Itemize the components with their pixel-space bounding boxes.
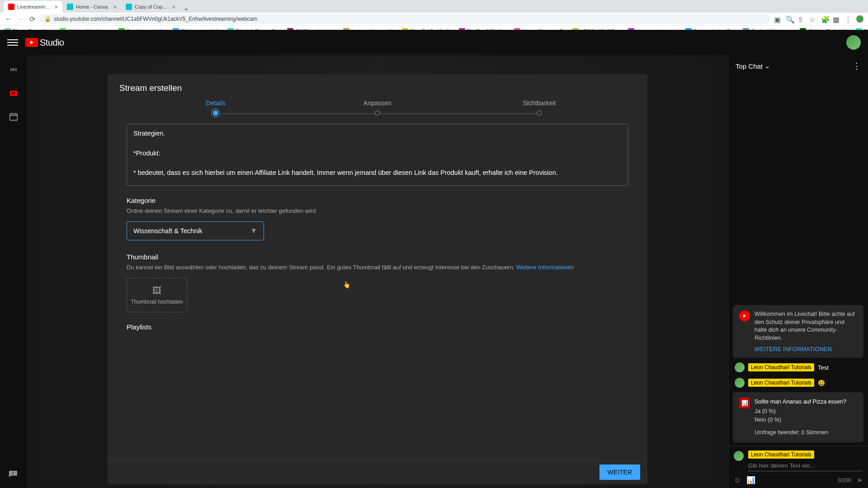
extensions-icon[interactable]: ▦ xyxy=(833,15,840,23)
favicon xyxy=(126,4,132,10)
back-button[interactable]: ← xyxy=(5,15,13,23)
favicon xyxy=(8,4,14,10)
share-icon[interactable]: ⇧ xyxy=(797,15,805,23)
zoom-icon[interactable]: 🔍 xyxy=(786,15,793,23)
more-icon[interactable]: ⋮ xyxy=(844,15,852,23)
close-icon[interactable]: × xyxy=(113,4,117,10)
browser-tab[interactable]: Home - Canva × xyxy=(62,1,121,13)
star-icon[interactable]: ☆ xyxy=(809,15,816,23)
tab-title: Livestreaming - YouTube S xyxy=(17,4,52,9)
address-bar: ← → ⟳ 🔒 studio.youtube.com/channel/UC1a5… xyxy=(0,13,868,25)
tab-strip: Livestreaming - YouTube S × Home - Canva… xyxy=(0,0,868,13)
reload-button[interactable]: ⟳ xyxy=(28,15,36,23)
url-field[interactable]: 🔒 studio.youtube.com/channel/UC1a5FWVn0g… xyxy=(40,14,770,24)
url-text: studio.youtube.com/channel/UC1a5FWVn0gUk… xyxy=(54,16,257,22)
browser-tab[interactable]: Livestreaming - YouTube S × xyxy=(4,1,62,13)
tab-title: Copy of Copy of Copy of Cop xyxy=(135,4,169,9)
browser-tab[interactable]: Copy of Copy of Copy of Cop × xyxy=(121,1,180,13)
close-icon[interactable]: × xyxy=(172,4,175,10)
tab-title: Home - Canva xyxy=(76,4,110,9)
favicon xyxy=(67,4,73,10)
bookmarks-bar: Phone Recycling...(1) How Working a...So… xyxy=(0,25,868,30)
extension-icon[interactable]: ▣ xyxy=(774,15,781,23)
lock-icon: 🔒 xyxy=(44,16,51,22)
puzzle-icon[interactable]: 🧩 xyxy=(821,15,828,23)
new-tab-button[interactable]: + xyxy=(180,5,193,13)
browser-chrome: Livestreaming - YouTube S × Home - Canva… xyxy=(0,0,868,30)
forward-button[interactable]: → xyxy=(16,15,24,23)
profile-icon[interactable] xyxy=(856,15,863,23)
close-icon[interactable]: × xyxy=(54,4,58,10)
